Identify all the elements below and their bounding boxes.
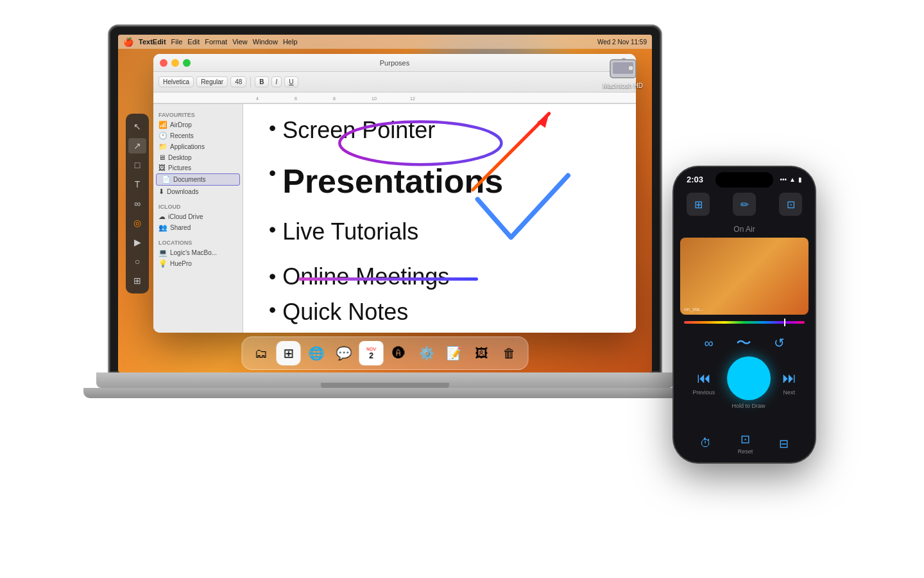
huepro-icon: 💡: [158, 259, 167, 268]
toolbar-arrow-icon[interactable]: ↗: [128, 138, 146, 153]
toolbar-text-icon[interactable]: T: [128, 177, 146, 192]
window-title: Purposes: [380, 59, 409, 67]
frame-icon[interactable]: ⊟: [779, 437, 789, 451]
dock-messages-icon[interactable]: 💬: [332, 341, 356, 365]
svg-text:12: 12: [410, 96, 415, 101]
apple-menu[interactable]: 🍎: [123, 37, 133, 47]
toolbar-misc-icon[interactable]: ⊞: [128, 273, 146, 288]
toolbar-circle-icon[interactable]: ○: [128, 254, 146, 269]
dock: 🗂 ⊞ 🌐 💬 NOV2 🅐 ⚙️ 📝 🖼 🗑: [242, 337, 529, 370]
finder-sidebar: 🔍 Favourites 📶 AirDrop 🕐 Recents: [153, 104, 243, 333]
doc-screen-pointer-text: Screen Pointer: [282, 117, 435, 144]
window-ruler: 4 6 8 10 12: [153, 92, 636, 104]
sidebar-item-mac[interactable]: 💻 Logic's MacBo...: [153, 247, 243, 258]
bullet-2: •: [269, 162, 276, 184]
maximize-button[interactable]: [183, 59, 191, 67]
bold-btn[interactable]: B: [255, 76, 268, 87]
sidebar-item-airdrop[interactable]: 📶 AirDrop: [153, 119, 243, 130]
previous-label: Previous: [692, 389, 715, 396]
recents-icon: 🕐: [158, 132, 167, 140]
color-cursor: [784, 319, 785, 326]
wave-icon[interactable]: 〜: [736, 333, 751, 353]
fastforward-button[interactable]: ⏭: [782, 370, 796, 387]
sidebar-item-desktop[interactable]: 🖥 Desktop: [153, 152, 243, 162]
document-area[interactable]: • Screen Pointer • Presentations • Live …: [243, 104, 636, 333]
menubar-window[interactable]: Window: [253, 38, 278, 46]
doc-item-live-tutorials: • Live Tutorials: [269, 218, 610, 245]
sidebar-item-shared[interactable]: 👥 Shared: [153, 222, 243, 233]
dock-settings-icon[interactable]: ⚙️: [415, 341, 439, 365]
wifi-icon: ▲: [789, 176, 796, 183]
window-titlebar: Purposes: [153, 54, 636, 72]
menubar-datetime: Wed 2 Nov 11:59: [597, 39, 647, 46]
timer-icon[interactable]: ⏱: [700, 437, 712, 450]
sidebar-item-applications[interactable]: 📁 Applications: [153, 141, 243, 152]
iphone-preview-text: on_sta...: [684, 306, 704, 312]
color-picker-bar[interactable]: [684, 321, 805, 324]
menubar-view[interactable]: View: [232, 38, 248, 46]
menubar-edit[interactable]: Edit: [187, 38, 200, 46]
sidebar-item-recents[interactable]: 🕐 Recents: [153, 130, 243, 141]
iphone-controls-row: ∞ 〜 ↺: [674, 333, 815, 353]
sidebar-item-icloud-drive[interactable]: ☁ iCloud Drive: [153, 211, 243, 222]
iphone-exit-icon[interactable]: ⊡: [779, 193, 802, 216]
svg-text:6: 6: [295, 96, 297, 101]
menubar-file[interactable]: File: [171, 38, 183, 46]
macbook-foot: [83, 388, 687, 398]
dock-finder-icon[interactable]: 🗂: [249, 341, 273, 365]
record-button[interactable]: [727, 356, 771, 400]
style-select[interactable]: Regular: [196, 76, 228, 87]
rewind-button[interactable]: ⏮: [697, 370, 711, 387]
sidebar-downloads-label: Downloads: [167, 188, 198, 195]
italic-btn[interactable]: I: [271, 76, 282, 87]
svg-text:4: 4: [256, 96, 259, 101]
doc-quick-notes-text: Quick Notes: [282, 299, 408, 326]
sidebar-item-downloads[interactable]: ⬇ Downloads: [153, 186, 243, 197]
menubar-format[interactable]: Format: [205, 38, 227, 46]
sidebar-item-documents[interactable]: 📄 Documents: [156, 173, 240, 186]
iphone-grid-icon[interactable]: ⊞: [687, 193, 710, 216]
desktop-hd-icon[interactable]: Macintosh HD: [603, 54, 643, 89]
toolbar-play-icon[interactable]: ▶: [128, 234, 146, 250]
toolbar-cursor-icon[interactable]: ↖: [128, 119, 146, 134]
sidebar-locations-header: Locations: [153, 237, 243, 247]
mac-icon: 💻: [158, 249, 167, 257]
dock-launchpad-icon[interactable]: ⊞: [277, 341, 301, 365]
underline-btn[interactable]: U: [284, 76, 298, 87]
doc-presentations-text: Presentations: [282, 162, 503, 200]
dock-calendar-icon[interactable]: NOV2: [359, 341, 384, 365]
iphone-status-icons: ••• ▲ ▮: [780, 176, 802, 183]
drawing-toolbar: ↖ ↗ □ T ∞ ◎ ▶ ○ ⊞: [126, 114, 149, 293]
sidebar-item-pictures[interactable]: 🖼 Pictures: [153, 162, 243, 173]
signal-icon: •••: [780, 176, 787, 183]
focus-icon[interactable]: ⊡: [740, 432, 750, 446]
bullet-4: •: [269, 265, 276, 288]
sidebar-huepro-label: HuePro: [170, 260, 192, 267]
window-content: 🔍 Favourites 📶 AirDrop 🕐 Recents: [153, 104, 636, 333]
toolbar-color-icon[interactable]: ◎: [128, 215, 146, 231]
minimize-button[interactable]: [171, 59, 179, 67]
sidebar-applications-label: Applications: [170, 143, 205, 150]
dock-safari-icon[interactable]: 🌐: [304, 341, 329, 365]
close-button[interactable]: [160, 59, 167, 67]
airdrop-icon: 📶: [158, 121, 167, 129]
sidebar-item-huepro[interactable]: 💡 HuePro: [153, 258, 243, 269]
toolbar-rect-icon[interactable]: □: [128, 157, 146, 173]
toolbar-loop-icon[interactable]: ∞: [128, 196, 146, 211]
menubar-app-name[interactable]: TextEdit: [139, 38, 166, 46]
dock-trash-icon[interactable]: 🗑: [497, 341, 522, 365]
reset-label: Reset: [738, 448, 753, 455]
font-select[interactable]: Helvetica: [158, 76, 194, 87]
infinity-icon[interactable]: ∞: [704, 336, 713, 351]
documents-icon: 📄: [162, 175, 171, 184]
size-select[interactable]: 48: [230, 76, 246, 87]
menubar-help[interactable]: Help: [283, 38, 298, 46]
iphone-draw-icon[interactable]: ✏: [733, 193, 756, 216]
dock-textedit-icon[interactable]: 📝: [442, 341, 466, 365]
dock-appstore-icon[interactable]: 🅐: [387, 341, 411, 365]
refresh-icon[interactable]: ↺: [774, 335, 785, 351]
macbook: 🍎 TextEdit File Edit Format View Window …: [109, 26, 661, 552]
dock-preview-icon[interactable]: 🖼: [470, 341, 494, 365]
doc-item-online-meetings: • Online Meetings: [269, 263, 610, 281]
hd-disk-icon: [608, 54, 638, 81]
